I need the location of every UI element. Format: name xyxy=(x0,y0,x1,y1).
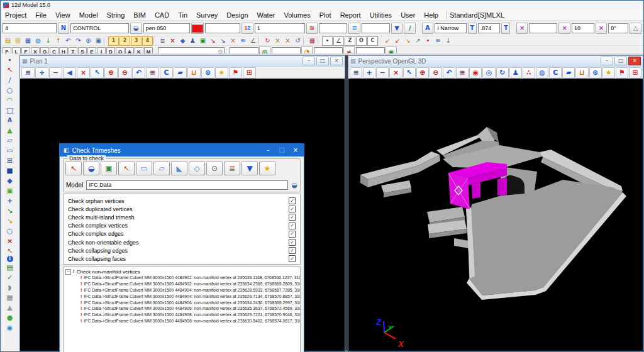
checkbox-checked[interactable]: ✓ xyxy=(289,197,296,204)
protractor-icon[interactable]: △ xyxy=(630,23,641,34)
filter-icon[interactable]: ▼ xyxy=(242,162,258,175)
menu-item[interactable]: File xyxy=(31,11,51,19)
cad-o-mode-icon[interactable]: O xyxy=(356,36,367,46)
menu-item[interactable]: Utilities xyxy=(365,11,396,19)
textstyle-field[interactable]: I Narrow xyxy=(435,23,466,33)
menu-size-item[interactable]: Standard xyxy=(450,11,478,19)
menu-item[interactable]: BIM xyxy=(129,11,150,19)
undo-icon[interactable]: ↶ xyxy=(64,37,73,45)
menu-item[interactable]: Help xyxy=(419,11,443,19)
cad-image2-icon[interactable]: ▤ xyxy=(5,262,15,272)
tile-views-icon[interactable]: ⊞ xyxy=(629,67,641,79)
scissors-icon[interactable]: × xyxy=(228,37,238,45)
menu-item[interactable]: Survey xyxy=(192,11,222,19)
zoom-extents-icon[interactable]: × xyxy=(389,67,402,79)
draw-pen-blue-icon[interactable]: ↘ xyxy=(218,37,228,45)
menu-item[interactable]: String xyxy=(103,11,130,19)
plan-window-titlebar[interactable]: ▦ Plan 1 – □ × xyxy=(20,56,345,67)
eye-icon[interactable]: ◉ xyxy=(469,67,482,79)
close-button[interactable]: × xyxy=(330,57,343,65)
layers-icon[interactable]: ≡ xyxy=(456,67,469,79)
checkbox-checked[interactable]: ✓ xyxy=(289,231,296,238)
text-style-icon[interactable]: A xyxy=(422,23,434,34)
zoom-previous-icon[interactable]: ⊖ xyxy=(430,67,442,79)
menu-item[interactable]: Model xyxy=(75,11,103,19)
cad-angle-mode-icon[interactable]: ∠ xyxy=(333,36,344,46)
web-share-icon[interactable]: ◍ xyxy=(33,37,43,45)
redraw-icon[interactable]: C xyxy=(549,67,562,79)
favourite-icon[interactable]: ★ xyxy=(259,162,275,175)
menu-size-item[interactable]: M xyxy=(486,11,492,19)
person-icon[interactable]: ♟ xyxy=(188,37,197,45)
checkbox-checked[interactable]: ✓ xyxy=(289,247,296,254)
model-name-field[interactable]: CONTROL xyxy=(70,23,129,33)
checkbox-checked[interactable]: ✓ xyxy=(289,214,296,221)
model-picker-icon[interactable]: ◒ xyxy=(291,181,297,189)
pick-7-icon[interactable]: ↓ xyxy=(443,37,453,45)
zoom-in-icon[interactable]: + xyxy=(35,67,48,79)
linestyle-icon[interactable]: ≡ xyxy=(348,23,360,34)
cad-polygon-icon[interactable]: ▱ xyxy=(5,135,15,145)
menu-size-item[interactable]: XL xyxy=(496,11,504,19)
drive-icon[interactable]: ▰ xyxy=(174,67,187,79)
edit-pencil-icon[interactable]: ∕ xyxy=(404,23,416,34)
style-field[interactable] xyxy=(362,23,390,33)
cad-point-mode-icon[interactable]: • xyxy=(322,36,333,46)
trash-icon[interactable]: × xyxy=(168,37,177,45)
function-2-icon[interactable]: × xyxy=(283,37,292,45)
dialog-titlebar[interactable]: ◧ Check Trimeshes – □ × xyxy=(60,144,304,157)
close-button[interactable]: × xyxy=(291,147,300,153)
colour-field[interactable] xyxy=(205,23,240,33)
cad-image-icon[interactable]: ▣ xyxy=(5,185,15,195)
wave-icon[interactable]: ≋ xyxy=(306,23,318,34)
symbol-1-icon[interactable]: × xyxy=(516,23,528,34)
solid-box-icon[interactable]: ◆ xyxy=(178,37,187,45)
tree-item[interactable]: ! IFC Data->StructFrame Culvert MM 3000x… xyxy=(65,275,300,281)
text-t2-icon[interactable]: T xyxy=(501,23,510,34)
cad-add-icon[interactable]: + xyxy=(5,195,15,206)
minimize-button[interactable]: – xyxy=(303,57,315,65)
pan-icon[interactable]: ↖ xyxy=(403,67,416,79)
colour-swatch[interactable] xyxy=(191,23,204,34)
tree-root-row[interactable]: − ! Check non-manifold vertices xyxy=(65,268,300,275)
zoom-window-icon[interactable]: ⊕ xyxy=(104,67,118,79)
name-picker-icon[interactable]: N xyxy=(58,23,70,34)
zoom-previous-icon[interactable]: ⊖ xyxy=(118,67,131,79)
layers-icon[interactable]: ≡ xyxy=(146,67,159,79)
zoom-out-icon[interactable]: − xyxy=(376,67,389,79)
cad-arc-icon[interactable]: ◠ xyxy=(5,95,15,105)
cad-pencil-icon[interactable]: ↘ xyxy=(5,206,15,216)
export-icon[interactable]: ↑ xyxy=(53,37,63,45)
close-button[interactable]: × xyxy=(628,57,641,65)
height-field[interactable]: 1 xyxy=(255,23,305,33)
cad-line-icon[interactable]: ∕ xyxy=(5,75,15,85)
view-menu-icon[interactable]: ≡ xyxy=(21,67,35,79)
cad-pencil-multi-icon[interactable]: ↘ xyxy=(5,216,15,226)
layers-icon[interactable]: ≣ xyxy=(224,162,240,175)
template-icon[interactable]: ∠ xyxy=(248,37,258,45)
view-settings-icon[interactable]: ⊛ xyxy=(589,67,602,79)
menu-item[interactable]: Water xyxy=(253,11,280,19)
cad-box-icon[interactable]: ▦ xyxy=(5,292,15,302)
save-project-icon[interactable]: ▦ xyxy=(23,37,33,45)
steering-icon[interactable]: ◍ xyxy=(536,67,548,79)
strings-icon[interactable]: ≋ xyxy=(238,37,248,45)
symbol-3-icon[interactable]: × xyxy=(596,23,608,34)
pen-field[interactable]: pen 050 xyxy=(143,23,190,33)
menu-item[interactable]: User xyxy=(396,11,419,19)
menu-item[interactable]: Tin xyxy=(174,11,192,19)
joystick-icon[interactable]: ♟ xyxy=(509,67,522,79)
collapse-icon[interactable]: − xyxy=(65,269,71,275)
cad-plane-icon[interactable]: ▭ xyxy=(5,145,15,155)
new-view-icon[interactable]: 4 xyxy=(142,36,153,46)
drive-icon[interactable]: ▰ xyxy=(562,67,575,79)
zoom-in-icon[interactable]: + xyxy=(363,67,375,79)
menu-item[interactable]: Design xyxy=(222,11,252,19)
new-perspective-view-icon[interactable]: 3 xyxy=(131,36,142,46)
models-tree-icon[interactable]: ≣ xyxy=(158,37,167,45)
tree-item[interactable]: ! IFC Data->StructFrame Culvert MM 3000x… xyxy=(65,287,300,294)
face-icon[interactable]: ▭ xyxy=(136,162,152,175)
cad-tri-icon[interactable]: ▲ xyxy=(5,302,15,312)
tree-item[interactable]: ! IFC Data->StructFrame Culvert MM 3000x… xyxy=(65,318,300,324)
cad-disc-icon[interactable]: ◗ xyxy=(5,282,15,292)
